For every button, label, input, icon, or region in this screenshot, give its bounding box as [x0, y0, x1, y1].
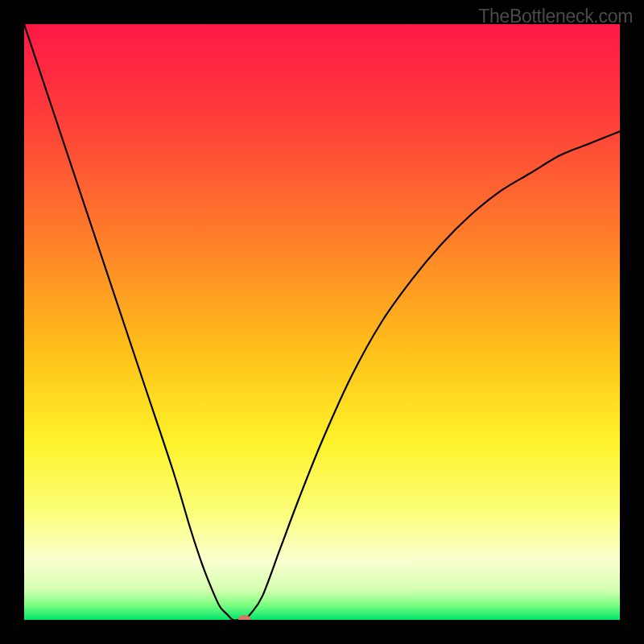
chart-svg — [24, 24, 620, 620]
watermark-text: TheBottleneck.com — [478, 6, 633, 27]
chart-frame: TheBottleneck.com — [0, 0, 644, 644]
gradient-background — [24, 24, 620, 620]
plot-area — [24, 24, 620, 620]
